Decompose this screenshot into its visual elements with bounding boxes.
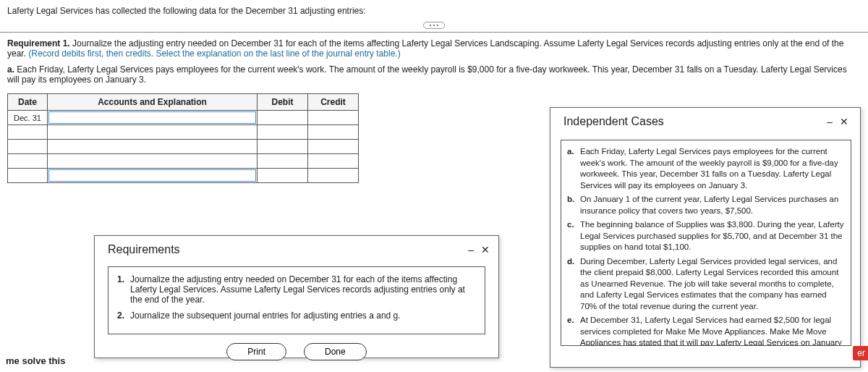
case-text: At December 31, Laferty Legal Services h…	[580, 315, 845, 346]
credit-input[interactable]	[308, 111, 358, 124]
journal-table: Date Accounts and Explanation Debit Cred…	[7, 93, 359, 183]
item-text: Journalize the adjusting entry needed on…	[130, 274, 476, 305]
case-row: d.During December, Laferty Legal Service…	[567, 256, 845, 313]
credit-input[interactable]	[308, 154, 358, 168]
list-item: 2. Journalize the subsequent journal ent…	[117, 310, 476, 321]
table-row	[8, 154, 359, 169]
case-text: On January 1 of the current year, Lafert…	[580, 194, 845, 216]
case-row: e.At December 31, Laferty Legal Services…	[567, 315, 845, 346]
close-icon[interactable]: ✕	[840, 116, 848, 127]
minimize-icon[interactable]: –	[468, 244, 474, 255]
debit-input[interactable]	[258, 140, 307, 153]
accounts-input[interactable]	[48, 140, 257, 153]
requirements-modal: Requirements – ✕ 1. Journalize the adjus…	[94, 235, 499, 358]
case-text: The beginning balance of Supplies was $3…	[580, 219, 845, 253]
case-row: c.The beginning balance of Supplies was …	[567, 219, 845, 253]
independent-cases-body: a.Each Friday, Laferty Legal Services pa…	[561, 140, 851, 346]
print-button[interactable]: Print	[226, 343, 286, 360]
list-item: 1. Journalize the adjusting entry needed…	[117, 274, 476, 305]
done-button[interactable]: Done	[304, 343, 367, 360]
scenario-a-text: Each Friday, Laferty Legal Services pays…	[7, 64, 847, 85]
requirement-1: Requirement 1. Journalize the adjusting …	[7, 38, 861, 59]
journal-table-wrap: Date Accounts and Explanation Debit Cred…	[7, 93, 359, 183]
minimize-icon[interactable]: –	[827, 116, 833, 127]
case-label: a.	[567, 146, 580, 191]
col-accounts: Accounts and Explanation	[48, 94, 258, 111]
date-cell: Dec. 31	[8, 111, 48, 125]
requirements-body: 1. Journalize the adjusting entry needed…	[108, 266, 485, 334]
help-me-solve-this[interactable]: me solve this	[6, 355, 65, 366]
credit-input[interactable]	[308, 169, 358, 182]
case-row: a.Each Friday, Laferty Legal Services pa…	[567, 146, 845, 191]
expand-button[interactable]: • • •	[423, 22, 445, 29]
scenario-a-label: a.	[7, 64, 14, 75]
item-number: 1.	[117, 274, 130, 305]
col-date: Date	[8, 94, 48, 111]
table-row	[8, 140, 359, 154]
accounts-input[interactable]	[48, 169, 257, 182]
case-label: c.	[567, 219, 580, 253]
credit-input[interactable]	[308, 140, 358, 153]
table-header-row: Date Accounts and Explanation Debit Cred…	[8, 94, 359, 111]
case-text: During December, Laferty Legal Services …	[580, 256, 845, 313]
col-debit: Debit	[258, 94, 308, 111]
independent-cases-title: Independent Cases	[563, 115, 664, 128]
item-text: Journalize the subsequent journal entrie…	[130, 310, 476, 321]
side-tab[interactable]: er	[853, 346, 868, 360]
debit-input[interactable]	[258, 169, 307, 182]
accounts-input[interactable]	[48, 125, 257, 139]
table-row: Dec. 31	[8, 111, 359, 125]
scenario-a: a. Each Friday, Laferty Legal Services p…	[7, 64, 861, 85]
col-credit: Credit	[308, 94, 359, 111]
requirement-1-label: Requirement 1.	[7, 38, 70, 48]
credit-input[interactable]	[308, 125, 358, 139]
item-number: 2.	[117, 310, 130, 321]
requirements-title: Requirements	[108, 243, 180, 256]
table-row	[8, 125, 359, 140]
case-label: d.	[567, 256, 580, 313]
intro-text: Laferty Legal Services has collected the…	[7, 6, 861, 16]
close-icon[interactable]: ✕	[481, 244, 490, 255]
accounts-input[interactable]	[48, 111, 257, 124]
debit-input[interactable]	[258, 154, 307, 168]
table-row	[8, 169, 359, 183]
requirement-1-hint: (Record debits first, then credits. Sele…	[28, 48, 400, 59]
case-row: b.On January 1 of the current year, Lafe…	[567, 194, 845, 216]
case-label: e.	[567, 315, 580, 346]
independent-cases-modal: Independent Cases – ✕ a.Each Friday, Laf…	[550, 107, 861, 368]
accounts-input[interactable]	[48, 154, 257, 168]
debit-input[interactable]	[258, 111, 307, 124]
case-label: b.	[567, 194, 580, 216]
debit-input[interactable]	[258, 125, 307, 139]
case-text: Each Friday, Laferty Legal Services pays…	[580, 146, 845, 191]
